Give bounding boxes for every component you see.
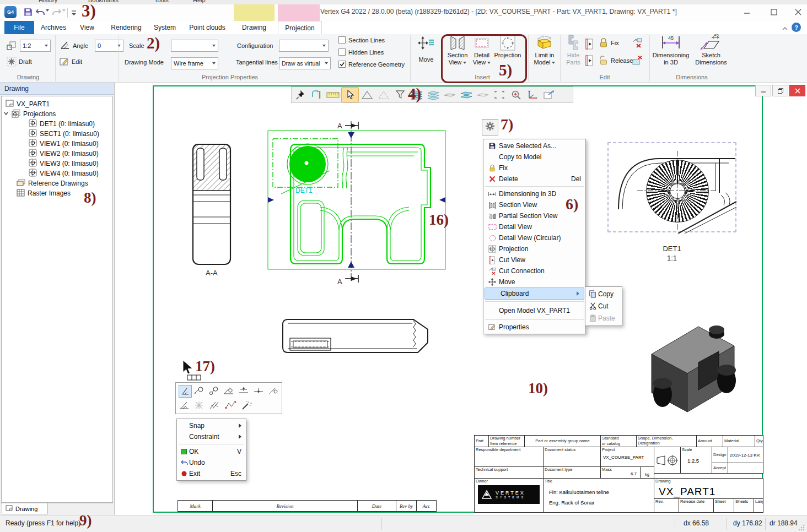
select-tool-icon[interactable] bbox=[341, 87, 359, 102]
drawing-mode-combo[interactable]: Wire frame bbox=[171, 57, 218, 69]
snap-angle2-tool-icon[interactable] bbox=[223, 386, 234, 398]
snap-perpendicular-tool-icon[interactable] bbox=[179, 400, 190, 412]
redo-dropdown-icon[interactable] bbox=[62, 12, 66, 21]
section-view-button[interactable]: Section View bbox=[444, 35, 471, 66]
window-minimize-button[interactable] bbox=[741, 7, 752, 20]
snap-angle-tool-icon[interactable] bbox=[179, 385, 192, 398]
menu-item-cut-connection[interactable]: Cut Connection bbox=[483, 265, 585, 276]
submenu-item-cut[interactable]: Cut bbox=[585, 300, 622, 312]
tab-drawing[interactable]: Drawing bbox=[233, 21, 276, 34]
tab-rendering[interactable]: Rendering bbox=[108, 21, 144, 34]
tab-archives[interactable]: Archives bbox=[36, 21, 71, 34]
tab-point-clouds[interactable]: Point clouds bbox=[186, 21, 228, 34]
profile-view[interactable] bbox=[278, 315, 435, 362]
cut-view-toggle-icon-2[interactable] bbox=[585, 55, 594, 68]
mdi-minimize-button[interactable] bbox=[755, 85, 771, 96]
chevron-down-icon[interactable] bbox=[3, 110, 9, 118]
layers-gray-icon[interactable] bbox=[442, 88, 458, 102]
zoom-window-icon[interactable] bbox=[491, 88, 508, 102]
cut-connection-icon[interactable] bbox=[632, 37, 643, 51]
release-button[interactable]: Release bbox=[611, 57, 633, 64]
tree-item-view3[interactable]: VIEW3 (0: Ilmiasu0) bbox=[29, 159, 99, 169]
move-button[interactable]: Move bbox=[412, 36, 440, 63]
main-projection-view[interactable]: A A DET1 bbox=[265, 117, 455, 287]
tree-item-view4[interactable]: VIEW4 (0: Ilmiasu0) bbox=[29, 169, 99, 178]
menu-item-copy-to-model[interactable]: Copy to Model bbox=[483, 151, 585, 162]
snap-menu-item-undo[interactable]: Undo bbox=[177, 457, 246, 468]
snap-polyline-tool-icon[interactable] bbox=[224, 400, 236, 412]
detail-view-det1[interactable]: DET1 1:1 bbox=[607, 142, 740, 264]
snap-wand-tool-icon[interactable] bbox=[240, 400, 252, 412]
tree-item-reference-drawings[interactable]: Reference Drawings bbox=[17, 178, 88, 188]
save-button[interactable] bbox=[23, 7, 33, 19]
snap-offset-tool-icon[interactable] bbox=[238, 386, 249, 398]
snap-menu-item-ok[interactable]: OKV bbox=[177, 446, 246, 457]
sidebar-bottom-tab-drawing[interactable]: Drawing bbox=[2, 503, 48, 514]
pin-icon[interactable] bbox=[292, 88, 308, 102]
hide-parts-button[interactable]: Hide Parts bbox=[562, 34, 584, 66]
cut-view-toggle-icon[interactable] bbox=[585, 39, 594, 52]
window-close-button[interactable] bbox=[793, 7, 804, 20]
snap-parallel-tool-icon[interactable] bbox=[268, 386, 279, 398]
section-lines-checkbox[interactable]: Section Lines bbox=[338, 36, 385, 44]
snap-menu-item-constraint[interactable]: Constraint bbox=[177, 431, 246, 442]
menu-item-cut-view[interactable]: Cut View bbox=[483, 254, 585, 265]
tree-item-root[interactable]: VX_PART1 bbox=[6, 99, 50, 109]
menu-item-projection[interactable]: Projection bbox=[483, 243, 585, 254]
edit-button[interactable]: Edit bbox=[72, 58, 82, 65]
snap-tangent-tool-icon[interactable] bbox=[208, 386, 219, 398]
layers-stack2-icon[interactable] bbox=[425, 88, 442, 102]
snap-cross-tool-icon[interactable] bbox=[208, 400, 220, 412]
tree-item-raster-images[interactable]: Raster Images bbox=[17, 188, 71, 198]
ribbon-collapse-icon[interactable] bbox=[782, 24, 788, 34]
menu-item-properties[interactable]: Properties bbox=[483, 322, 585, 333]
snap-midpoint-tool-icon[interactable] bbox=[253, 386, 264, 398]
menu-item-detail-view[interactable]: Detail View bbox=[483, 221, 585, 232]
layer-single-icon[interactable] bbox=[475, 88, 491, 102]
menu-item-clipboard[interactable]: Clipboard bbox=[485, 287, 584, 300]
tab-system[interactable]: System bbox=[148, 21, 182, 34]
tab-projection[interactable]: Projection bbox=[278, 21, 322, 35]
axes-icon[interactable] bbox=[524, 88, 541, 102]
undo-dropdown-icon[interactable] bbox=[46, 12, 49, 21]
polygon-select-icon[interactable] bbox=[359, 88, 375, 102]
tree-item-det1[interactable]: DET1 (0: Ilmiasu0) bbox=[29, 119, 95, 129]
tab-view[interactable]: View bbox=[73, 21, 101, 34]
hidden-lines-checkbox[interactable]: Hidden Lines bbox=[338, 48, 384, 56]
detail-view-button[interactable]: Detail View bbox=[470, 35, 494, 66]
menu-item-fix[interactable]: Fix bbox=[483, 162, 585, 173]
reference-geometry-checkbox[interactable]: Reference Geometry bbox=[338, 61, 405, 68]
layers-pair-icon[interactable] bbox=[458, 88, 475, 102]
draft-button[interactable]: Draft bbox=[19, 58, 32, 65]
menu-item-move[interactable]: Move bbox=[483, 276, 585, 287]
polygon-select-dashed-icon[interactable] bbox=[375, 88, 392, 102]
dimensioning-in-3d-button[interactable]: 45 Dimensioning in 3D bbox=[653, 34, 689, 66]
shaded-3d-view[interactable] bbox=[635, 302, 743, 420]
mdi-restore-button[interactable] bbox=[772, 85, 788, 96]
tab-file[interactable]: File bbox=[4, 21, 34, 34]
zoom-in-icon[interactable] bbox=[508, 88, 524, 102]
menu-item-delete[interactable]: DeleteDel bbox=[483, 173, 585, 184]
fix-button[interactable]: Fix bbox=[611, 40, 619, 46]
filter-icon[interactable] bbox=[392, 88, 408, 102]
menu-item-open-model[interactable]: Open Model VX_PART1 bbox=[483, 303, 585, 318]
tangential-lines-combo[interactable]: Draw as virtual bbox=[279, 57, 331, 69]
tree-item-sect1[interactable]: SECT1 (0: Ilmiasu0) bbox=[29, 129, 99, 139]
drawing-scale-combo[interactable]: 1:2 bbox=[20, 40, 51, 52]
scale-combo[interactable] bbox=[171, 40, 218, 52]
measure-icon[interactable] bbox=[325, 88, 341, 102]
mdi-close-button[interactable] bbox=[789, 85, 805, 96]
window-maximize-button[interactable] bbox=[768, 7, 779, 20]
limit-in-model-button[interactable]: Limit in Model bbox=[530, 34, 559, 66]
export-view-icon[interactable] bbox=[541, 88, 557, 102]
section-view-a-a[interactable]: A-A bbox=[185, 141, 240, 280]
sketch-dimensions-button[interactable]: 45 Sketch Dimensions bbox=[691, 34, 731, 66]
tree-item-view1[interactable]: VIEW1 (0: Ilmiasu0) bbox=[29, 139, 99, 149]
release-connection-icon[interactable] bbox=[632, 55, 643, 68]
help-button[interactable]: ? bbox=[792, 23, 801, 32]
tree-item-projections[interactable]: Projections bbox=[3, 109, 56, 119]
snap-point-tool-icon[interactable] bbox=[193, 386, 205, 398]
resize-grip-icon[interactable] bbox=[798, 523, 805, 532]
flip-view-icon[interactable] bbox=[308, 88, 325, 102]
menu-item-save-selected-as[interactable]: Save Selected As... bbox=[483, 140, 585, 151]
